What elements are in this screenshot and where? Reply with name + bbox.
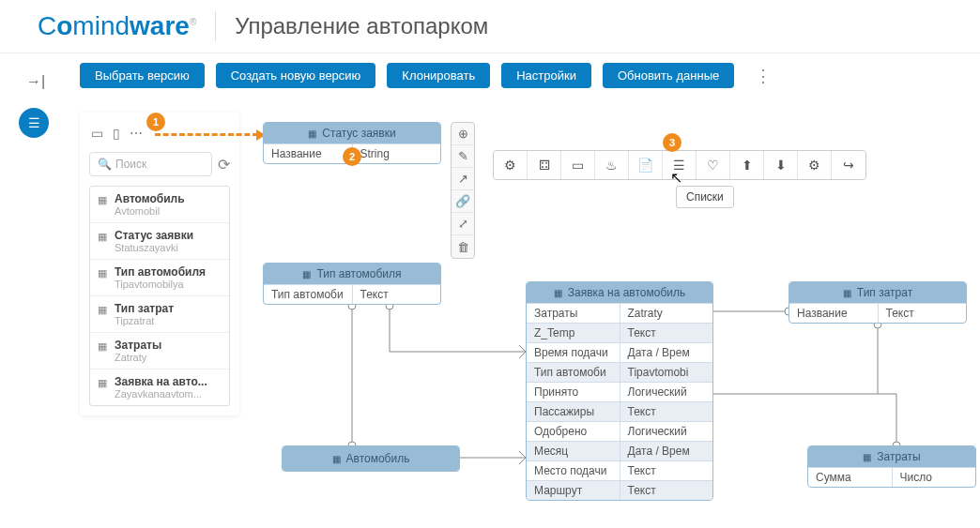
dice-icon[interactable]: ⚃ [528,151,561,179]
entity-title: Статус заявки [322,127,395,140]
entity-title: Автомобиль [346,452,410,465]
table-icon: ▦ [308,128,316,139]
expand-icon[interactable]: ⤢ [452,213,474,235]
list-item[interactable]: ▦АвтомобильAvtomobil [90,187,229,223]
vertical-palette: ⊕ ✎ ↗ 🔗 ⤢ 🗑 [451,122,475,259]
marker-2: 2 [343,147,361,166]
table-icon: ▦ [98,377,107,389]
entity-title: Затраты [877,450,920,463]
entity-title: Тип затрат [857,286,912,299]
table-icon: ▦ [843,288,851,298]
fire-icon[interactable]: ♨ [595,151,629,179]
page-title: Управление автопарком [235,13,488,39]
toolbar: Выбрать версию Создать новую версию Клон… [0,53,980,98]
new-version-button[interactable]: Создать новую версию [216,63,376,88]
doc-icon[interactable]: 📄 [629,151,663,179]
arrow-icon [155,133,258,136]
template-icon[interactable]: ▭ [91,126,103,141]
entity-tipavto[interactable]: ▦Тип автомобиля Тип автомобиТекст [263,263,441,305]
upload-icon[interactable]: ⬆ [730,151,764,179]
entity-title: Заявка на автомобиль [568,286,686,299]
table-icon: ▦ [98,231,107,243]
marker-1: 1 [146,113,165,131]
gear-icon[interactable]: ⚙ [494,151,528,179]
entity-zayavka[interactable]: ▦Заявка на автомобиль ЗатратыZatraty Z_T… [526,281,713,501]
select-version-button[interactable]: Выбрать версию [80,63,205,88]
refresh-icon[interactable]: ⟳ [218,156,230,173]
header: Comindware® Управление автопарком [0,0,980,53]
search-placeholder: Поиск [115,158,146,171]
table-icon: ▦ [863,452,871,462]
list-item[interactable]: ▦Тип автомобиляTipavtomobilya [90,260,229,296]
logo: Comindware® [38,11,196,41]
list-item[interactable]: ▦Тип затратTipzatrat [90,296,229,333]
delete-icon[interactable]: 🗑 [452,235,474,258]
collapse-sidebar-icon[interactable]: →| [26,73,45,90]
clone-button[interactable]: Клонировать [387,63,490,88]
card-icon[interactable]: ▭ [561,151,595,179]
lock-icon[interactable]: ▯ [113,126,120,141]
cursor-icon: ↖ [670,169,682,187]
entity-title: Тип автомобиля [316,267,401,280]
list-item[interactable]: ▦ЗатратыZatraty [90,333,229,370]
gear2-icon[interactable]: ⚙ [798,151,832,179]
table-icon: ▦ [302,269,311,279]
table-icon: ▦ [98,194,107,206]
search-input[interactable]: 🔍 Поиск [89,152,212,176]
settings-button[interactable]: Настройки [501,63,591,88]
refresh-button[interactable]: Обновить данные [603,63,734,88]
divider [215,11,216,41]
table-icon: ▦ [98,267,107,279]
entity-tipzatrat[interactable]: ▦Тип затрат НазваниеТекст [789,281,967,324]
download-icon[interactable]: ⬇ [764,151,798,179]
search-icon: 🔍 [98,158,112,171]
tooltip: Списки [676,186,734,208]
share-icon[interactable]: ↪ [832,151,865,179]
shield-icon[interactable]: ♡ [697,151,730,179]
table-icon: ▦ [98,304,107,316]
table-icon: ▦ [98,340,107,353]
table-icon: ▦ [554,288,562,298]
list-item[interactable]: ▦Статус заявкиStatuszayavki [90,223,229,260]
marker-3: 3 [663,133,681,152]
link-icon[interactable]: 🔗 [452,190,474,213]
line-icon[interactable]: ↗ [452,168,474,190]
table-icon: ▦ [332,454,341,464]
more-panel-icon[interactable]: ⋯ [130,126,143,141]
entity-list: ▦АвтомобильAvtomobil ▦Статус заявкиStatu… [89,186,230,406]
list-item[interactable]: ▦Заявка на авто...Zayavkanaavtom... [90,370,229,405]
entity-zatraty[interactable]: ▦Затраты СуммаЧисло [807,445,976,488]
entity-avto[interactable]: ▦Автомобиль [282,445,460,472]
menu-button[interactable]: ☰ [19,108,49,138]
entity-panel: ▭ ▯ ⋯ 🔍 Поиск ⟳ ▦АвтомобильAvtomobil ▦Ст… [80,113,239,415]
canvas: ▭ ▯ ⋯ 🔍 Поиск ⟳ ▦АвтомобильAvtomobil ▦Ст… [80,113,971,528]
add-icon[interactable]: ⊕ [452,123,474,145]
more-icon[interactable]: ⋮ [755,66,772,86]
edit-icon[interactable]: ✎ [452,145,474,168]
